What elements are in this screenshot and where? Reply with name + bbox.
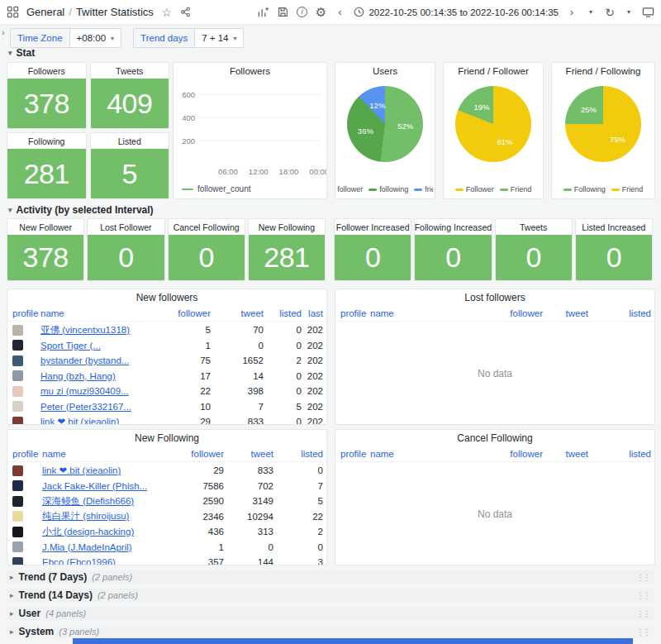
chevron-down-icon: ▾ [233, 35, 236, 42]
table-cell: 202 [302, 386, 323, 396]
dashboard-row-trend-14-days[interactable]: ▸Trend (14 Days)(2 panels)⋮⋮ [7, 589, 654, 602]
section-header-stat[interactable]: ▾ Stat [8, 47, 35, 59]
column-header-name[interactable]: name [370, 449, 478, 459]
tv-mode-icon[interactable] [642, 6, 654, 18]
drag-handle-icon[interactable]: ⋮⋮ [636, 591, 651, 600]
time-shift-back-icon[interactable]: ‹ [334, 7, 345, 17]
pie-chart[interactable]: 81%19% [455, 86, 531, 162]
navbar-right: i ⚙ ‹ 2022-10-25 00:14:35 to 2022-10-26 … [257, 6, 654, 18]
column-header-last[interactable]: last [302, 308, 323, 318]
table-body[interactable]: link ❤.bit (xieaolin)298330Jack Fake-Kil… [7, 463, 326, 565]
refresh-icon[interactable]: ↻ [604, 7, 616, 18]
stat-title: Lost Follower [88, 219, 164, 235]
column-header-name[interactable]: name [370, 308, 478, 318]
dashboard-row-trend-7-days[interactable]: ▸Trend (7 Days)(2 panels)⋮⋮ [7, 570, 654, 584]
column-header-follower[interactable]: follower [156, 308, 211, 318]
breadcrumb-folder[interactable]: General [26, 6, 64, 18]
stat-card-followers: Followers378 [7, 62, 87, 129]
trend-days-select[interactable]: 7 + 14 ▾ [195, 29, 243, 47]
legend-item-friend[interactable]: friend [414, 185, 433, 193]
legend-label[interactable]: follower_count [197, 184, 250, 193]
drag-handle-icon[interactable]: ⋮⋮ [636, 573, 651, 582]
dashboards-grid-icon[interactable] [7, 6, 19, 18]
profile-link[interactable]: Hang (bzh, Hang) [40, 371, 156, 381]
profile-link[interactable]: 纯白果汁 (shiroijusu) [42, 510, 158, 522]
profile-link[interactable]: 深海鳗鱼 (Diefish666) [42, 495, 158, 508]
legend-item-following[interactable]: following [369, 185, 408, 193]
table-body[interactable]: 亚佛 (vincentxu1318)5700202Sport Tiger (..… [7, 322, 326, 424]
timezone-select[interactable]: +08:00 ▾ [70, 29, 121, 47]
profile-link[interactable]: mu zi (muzi930409... [40, 386, 156, 396]
column-header-profile[interactable]: profile [12, 308, 40, 318]
chart-plot-area[interactable]: 60040020006:0012:0018:0000:00 [198, 83, 320, 164]
activity-card-follower-increased: Follower Increased0 [334, 218, 411, 281]
dashboard-title: Twitter Statistics [76, 6, 154, 18]
panel-info-icon[interactable]: i [296, 7, 307, 17]
pie-chart[interactable]: 52%36%12% [347, 86, 423, 162]
dashboard-row-system[interactable]: ▸System(3 panels)⋮⋮ [7, 625, 654, 638]
profile-link[interactable]: Peter (Peter332167... [40, 402, 156, 412]
profile-link[interactable]: J.Mia (J.MadeInApril) [42, 542, 158, 552]
column-header-listed[interactable]: listed [273, 449, 323, 459]
star-icon[interactable]: ☆ [161, 7, 173, 18]
column-header-tweet[interactable]: tweet [224, 449, 273, 459]
dashboard-row-user[interactable]: ▸User(4 panels)⋮⋮ [7, 607, 654, 620]
stat-title: Followers [7, 63, 86, 79]
add-panel-icon[interactable] [257, 6, 269, 18]
table-cell: 0 [264, 341, 302, 351]
timezone-variable: Time Zone +08:00 ▾ [10, 28, 121, 48]
time-picker-caret-icon[interactable]: ▾ [585, 9, 597, 16]
save-dashboard-icon[interactable] [277, 7, 288, 17]
column-header-listed[interactable]: listed [588, 449, 651, 459]
dashboard-settings-icon[interactable]: ⚙ [315, 6, 326, 18]
time-range-text: 2022-10-25 00:14:35 to 2022-10-26 00:14:… [369, 7, 559, 17]
gridline [198, 117, 320, 118]
profile-link[interactable]: 亚佛 (vincentxu1318) [40, 324, 156, 336]
column-header-follower[interactable]: follower [478, 449, 543, 459]
column-header-name[interactable]: name [42, 449, 158, 459]
chevron-down-icon: ▾ [111, 35, 114, 42]
column-header-listed[interactable]: listed [264, 308, 302, 318]
legend-item-friend[interactable]: Friend [611, 185, 644, 193]
column-header-profile[interactable]: profile [340, 449, 370, 459]
stat-value: 0 [335, 235, 411, 280]
dashboard-variables: Time Zone +08:00 ▾ Trend days 7 + 14 ▾ [10, 28, 244, 48]
pie-chart[interactable]: 25%75% [565, 86, 641, 162]
legend-item-follower[interactable]: Follower [455, 185, 494, 193]
column-header-tweet[interactable]: tweet [211, 308, 264, 318]
column-header-name[interactable]: name [40, 308, 156, 318]
stat-value: 378 [7, 235, 83, 280]
stat-title: New Follower [7, 219, 83, 235]
column-header-follower[interactable]: follower [158, 449, 224, 459]
drag-handle-icon[interactable]: ⋮⋮ [636, 609, 651, 618]
profile-link[interactable]: link ❤.bit (xieaolin) [42, 465, 158, 476]
drag-handle-icon[interactable]: ⋮⋮ [636, 627, 651, 637]
column-header-tweet[interactable]: tweet [543, 449, 588, 459]
share-icon[interactable] [180, 7, 192, 17]
legend-item-following[interactable]: Following [564, 185, 606, 193]
profile-link[interactable]: Ebco (Ebco1996) [42, 557, 158, 565]
sidebar-expand-icon[interactable]: › [2, 27, 5, 37]
column-header-profile[interactable]: profile [340, 308, 370, 318]
table-cell: 2346 [158, 512, 224, 522]
column-header-profile[interactable]: profile [12, 449, 42, 459]
profile-link[interactable]: Sport Tiger (... [40, 341, 156, 351]
profile-link[interactable]: bystander (bystand... [40, 355, 156, 365]
table-cell: 1652 [211, 355, 264, 365]
stat-card-following: Following281 [7, 132, 87, 199]
column-header-listed[interactable]: listed [588, 308, 651, 318]
section-header-activity[interactable]: ▾ Activity (by selected Interval) [8, 204, 154, 216]
time-range-picker[interactable]: 2022-10-25 00:14:35 to 2022-10-26 00:14:… [353, 7, 559, 17]
stat-title: Tweets [496, 219, 572, 235]
refresh-interval-caret-icon[interactable]: ▾ [623, 9, 635, 16]
profile-link[interactable]: Jack Fake-Killer (Phish... [42, 481, 158, 491]
column-header-follower[interactable]: follower [478, 308, 543, 318]
profile-link[interactable]: link ❤.bit (xieaolin) [40, 416, 156, 424]
profile-link[interactable]: 小北 (design-hacking) [42, 526, 158, 538]
profile-avatar [12, 511, 23, 522]
time-shift-forward-icon[interactable]: › [566, 7, 578, 17]
table-cell: 144 [224, 557, 273, 565]
legend-item-friend[interactable]: Friend [500, 185, 532, 193]
column-header-tweet[interactable]: tweet [543, 308, 588, 318]
legend-item-follower[interactable]: follower [337, 185, 363, 193]
